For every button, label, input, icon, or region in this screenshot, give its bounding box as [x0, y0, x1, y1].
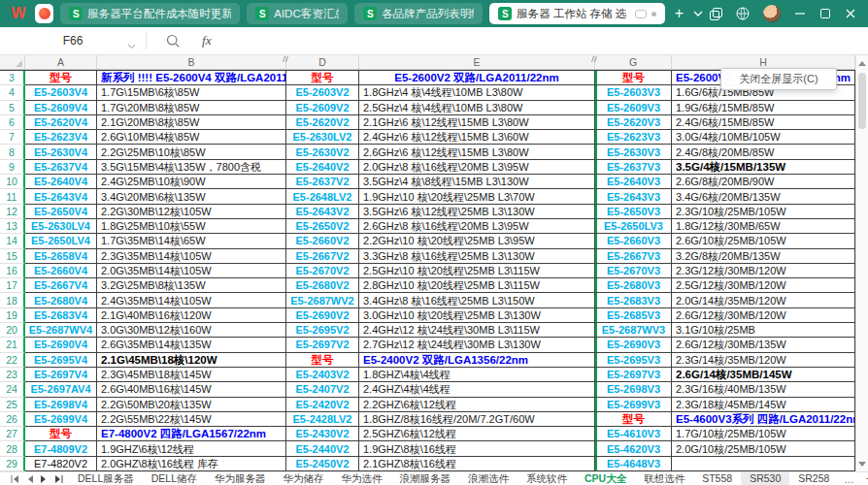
cell[interactable]: 1.7G/10核/25MB/105W [672, 427, 855, 441]
cell[interactable]: E5-2650LV4 [25, 234, 97, 248]
row-header[interactable]: 10 [0, 175, 25, 189]
cell[interactable]: E5-2667V4 [25, 278, 97, 293]
cell[interactable]: E5-2643V2 [286, 205, 359, 219]
sheet-tab[interactable]: 华为储存 [275, 472, 333, 485]
prev-sheet-icon[interactable] [27, 473, 33, 485]
cell[interactable]: 2.1GHz\6 核\12线程\15MB L3\80W [359, 115, 595, 130]
cell[interactable]: 2.4GHZ\4核\4线程 [359, 382, 595, 397]
cell[interactable]: 3.5GHz\4 核\8线程\15MB L3\130W [359, 175, 595, 189]
cell[interactable]: 2.3G\35MB\14核\105W [97, 249, 286, 264]
user-avatar[interactable] [763, 5, 781, 22]
row-header[interactable]: 12 [0, 205, 25, 219]
cell[interactable]: 型号 [595, 71, 672, 85]
cell[interactable]: 2.4G/8核/20MB/85W [672, 145, 855, 159]
cell[interactable]: E5-2637V2 [286, 175, 359, 189]
cell[interactable]: E5-2695V2 [286, 323, 359, 338]
cell[interactable]: E5-2683V4 [25, 308, 97, 323]
cell[interactable]: 1.7G\15MB\6核\85W [97, 85, 286, 100]
cell[interactable]: 2.4GHz\12 核\24线程\30MB L3\115W [359, 323, 595, 338]
cell[interactable]: 2.1G\20MB\8核\85W [97, 115, 286, 130]
cell[interactable]: 2.5GHZ\6核\12线程 [359, 427, 595, 441]
row-header[interactable]: 27 [0, 427, 25, 441]
sheet-tab[interactable]: ST558 [693, 472, 741, 485]
cell[interactable]: E5-2667V2 [286, 249, 359, 264]
last-sheet-icon[interactable] [54, 473, 63, 485]
cell[interactable]: 2.3G/18核/45MB/145W [672, 398, 855, 412]
cell[interactable]: 3.2G\25MB\8核\135W [97, 278, 286, 293]
cell[interactable]: E5-2680V4 [25, 293, 97, 307]
sheet-tab[interactable]: 联想选件 [635, 472, 693, 485]
row-header[interactable]: 29 [0, 457, 25, 471]
row-header[interactable]: 3 [0, 71, 25, 85]
sheet-tab[interactable]: 华为服务器 [206, 472, 275, 485]
cell[interactable] [672, 457, 855, 471]
cell[interactable]: 1.9GHZ\8核\16线程 [359, 441, 595, 456]
cell[interactable]: 2.6G/14核/35MB/145W [672, 368, 855, 382]
row-header[interactable]: 9 [0, 160, 25, 175]
row-header[interactable]: 16 [0, 264, 25, 278]
cell[interactable]: E5-2697V4 [25, 368, 97, 382]
row-header[interactable]: 4 [0, 85, 25, 100]
cell[interactable]: E5-2623V4 [25, 130, 97, 145]
cell[interactable]: E5-2697V2 [286, 338, 359, 352]
cell[interactable]: 2.7GHz\12 核\24线程\30MB L3\130W [359, 338, 595, 352]
minimize-button[interactable] [794, 8, 806, 19]
cell[interactable]: E5-2603V4 [25, 85, 97, 100]
sheet-tab[interactable]: 华为选件 [333, 472, 391, 485]
vertical-scrollbar[interactable] [855, 55, 868, 471]
formula-input[interactable] [212, 27, 868, 54]
cell[interactable]: E5-2420V2 [286, 398, 359, 412]
cell[interactable]: E5-2609V4 [25, 101, 97, 115]
cell[interactable]: 1.9GHz\10 核\20线程\25MB L3\70W [359, 189, 595, 204]
cell[interactable]: E5-2643V4 [25, 189, 97, 204]
cell[interactable]: 2.5GHz\10 核\20线程\25MB L3\115W [359, 264, 595, 278]
sheet-tab[interactable]: 系统软件 [517, 472, 576, 485]
cell[interactable]: 2.2GHZ\6核\12线程 [359, 398, 595, 412]
close-button[interactable] [845, 8, 856, 19]
cell[interactable]: 2.1G\40MB\16核\120W [97, 308, 286, 323]
app-icon[interactable] [35, 4, 53, 23]
row-header[interactable]: 17 [0, 278, 25, 293]
row-header[interactable]: 25 [0, 398, 25, 412]
cell[interactable]: 3.5G/4核/15MB/135W [672, 160, 855, 175]
cell[interactable]: 2.2G\30MB\12核\105W [97, 205, 286, 219]
cell[interactable]: 1.8GHz\4 核\4线程\10MB L3\80W [359, 85, 595, 100]
cell[interactable]: E5-2407V2 [286, 382, 359, 397]
row-header[interactable]: 20 [0, 323, 25, 338]
cell[interactable]: E5-2609V3 [595, 101, 672, 115]
cell[interactable]: 2.6G\35MB\14核\135W [97, 338, 286, 352]
sheet-tab[interactable]: DELL储存 [143, 472, 206, 485]
cell[interactable]: 2.6G\10MB\4核\85W [97, 130, 286, 145]
cell[interactable]: 2.5G/12核/30MB/120W [672, 278, 855, 293]
row-header[interactable]: 5 [0, 101, 25, 115]
cell[interactable]: E5-2640V4 [25, 175, 97, 189]
cell[interactable]: E5-2640V2 [286, 160, 359, 175]
row-header[interactable]: 7 [0, 130, 25, 145]
cell[interactable]: E5-2695V4 [25, 353, 97, 368]
cell[interactable]: E5-2403V2 [286, 368, 359, 382]
document-tab[interactable]: S各品牌产品列表明细 [354, 3, 483, 24]
cell[interactable]: 2.4G\35MB\14核\105W [97, 293, 286, 307]
column-header-B[interactable]: B [97, 55, 286, 69]
cell[interactable]: E5-2603V2 [286, 85, 359, 100]
cell[interactable]: E5-2695V3 [595, 353, 672, 368]
cell[interactable]: 2.8GHz\10 核\20线程\25MB L3\115W [359, 278, 595, 293]
cell[interactable]: E5-2698V4 [25, 398, 97, 412]
cell[interactable]: E5-2687WV4 [25, 323, 97, 338]
cell[interactable]: 1.8G/12核/30MB/65W [672, 219, 855, 234]
cell[interactable]: 2.6G\40MB\16核\145W [97, 382, 286, 397]
cell[interactable]: E5-2623V3 [595, 130, 672, 145]
cell[interactable]: E5-2440V2 [286, 441, 359, 456]
cell[interactable]: E5-2650V3 [595, 205, 672, 219]
sheet-tab[interactable]: CPU大全 [576, 472, 635, 485]
cell[interactable]: 3.1G/10核/25MB [672, 323, 855, 338]
document-tab[interactable]: S服务器 工作站 存储 选件 [489, 3, 664, 24]
cell[interactable]: E5-2640V3 [595, 175, 672, 189]
more-sheets-button[interactable]: … [838, 473, 860, 485]
magnifier-icon[interactable] [166, 34, 181, 48]
cell[interactable]: 2.0GHz\8 核\16线程\20MB L3\95W [359, 160, 595, 175]
cell[interactable]: 3.5GHz\6 核\12线程\25MB L3\130W [359, 205, 595, 219]
wps-logo-icon[interactable]: W [8, 4, 28, 23]
row-header[interactable]: 21 [0, 338, 25, 352]
row-header[interactable]: 8 [0, 145, 25, 159]
